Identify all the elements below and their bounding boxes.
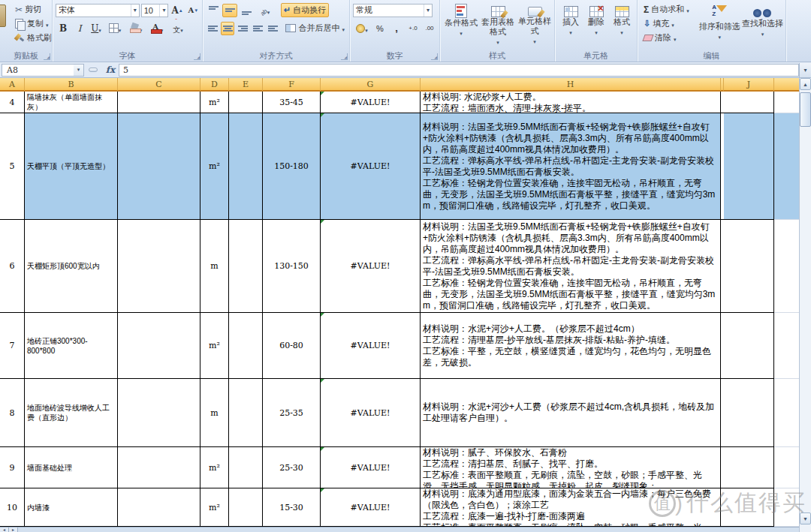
cell-d[interactable]: m² <box>200 488 229 527</box>
cell-g-error[interactable]: #VALUE! <box>321 113 421 220</box>
column-header-k-partial[interactable] <box>774 78 799 92</box>
decrease-indent-button[interactable] <box>251 22 264 35</box>
cell-k[interactable] <box>774 113 799 220</box>
cell-g-error[interactable]: #VALUE! <box>321 313 421 379</box>
cell-k[interactable] <box>774 313 799 379</box>
cell-h[interactable]: 材料说明：水泥+河沙+人工费（砂浆层不超过4cm,含机具损耗，地砖及加工处理请客… <box>421 379 721 447</box>
cell-f[interactable]: 35-45 <box>263 92 321 113</box>
scroll-down-button[interactable]: ▼ <box>800 512 811 524</box>
cell-f[interactable]: 25-30 <box>263 447 321 488</box>
cell-styles-button[interactable]: 单元格样式 <box>517 2 553 49</box>
accounting-format-button[interactable] <box>353 22 371 35</box>
cell-f[interactable]: 130-150 <box>263 220 321 313</box>
cell-a[interactable]: 9 <box>0 447 25 488</box>
underline-button[interactable]: U <box>89 22 104 35</box>
cell-g-error[interactable]: #VALUE! <box>321 447 421 488</box>
alignment-dialog-launcher[interactable] <box>341 53 348 60</box>
insert-cells-button[interactable]: 插入 <box>558 2 583 49</box>
align-bottom-button[interactable] <box>239 4 254 17</box>
font-name-combobox[interactable]: 宋体 <box>56 4 140 17</box>
cell-c[interactable] <box>118 447 200 488</box>
column-header-h[interactable]: H <box>421 78 721 92</box>
cell-f[interactable]: 60-80 <box>263 313 321 379</box>
align-right-button[interactable] <box>236 22 249 35</box>
cell-j[interactable] <box>724 92 774 113</box>
cell-j[interactable] <box>724 313 774 379</box>
conditional-formatting-button[interactable]: 条件格式 <box>443 2 479 49</box>
cell-d[interactable]: m² <box>200 313 229 379</box>
scrollbar-thumb[interactable] <box>800 92 811 127</box>
cell-c[interactable] <box>118 379 200 447</box>
column-header-a[interactable]: A <box>0 78 25 92</box>
cell-j[interactable] <box>724 447 774 488</box>
fill-color-button[interactable] <box>126 22 146 35</box>
cell-d[interactable]: m² <box>200 92 229 113</box>
cell-a[interactable]: 8 <box>0 379 25 447</box>
cell-c[interactable] <box>118 220 200 313</box>
column-header-e[interactable]: E <box>229 78 263 92</box>
cell-e[interactable] <box>229 220 263 313</box>
cell-k[interactable] <box>774 447 799 488</box>
cell-k[interactable] <box>774 379 799 447</box>
find-select-button[interactable]: 查找和选择 <box>741 2 784 49</box>
cell-d[interactable]: m <box>200 379 229 447</box>
wrap-text-button[interactable]: 自动换行 <box>281 3 329 17</box>
font-dialog-launcher[interactable] <box>194 53 200 60</box>
borders-button[interactable] <box>105 22 125 35</box>
cell-a[interactable]: 10 <box>0 488 25 527</box>
phonetic-guide-button[interactable] <box>168 22 188 35</box>
cell-b[interactable]: 隔墙抹灰（单面墙面抹灰） <box>25 92 118 113</box>
cell-g-error[interactable]: #VALUE! <box>321 92 421 113</box>
cell-b[interactable]: 天棚矩形顶600宽以内 <box>25 220 118 313</box>
cell-e[interactable] <box>229 113 263 220</box>
column-header-g[interactable]: G <box>321 78 421 92</box>
decrease-decimal-button[interactable]: .00 <box>422 22 437 35</box>
clipboard-dialog-launcher[interactable] <box>44 53 50 60</box>
cell-g-error[interactable]: #VALUE! <box>321 220 421 313</box>
increase-decimal-button[interactable]: +.0 <box>406 22 421 35</box>
cell-e[interactable] <box>229 313 263 379</box>
cell-b[interactable]: 天棚平顶（平顶无造型） <box>25 113 118 220</box>
cell-e[interactable] <box>229 447 263 488</box>
scroll-up-button[interactable]: ▲ <box>800 78 811 90</box>
cell-g-error[interactable]: #VALUE! <box>321 488 421 527</box>
cell-c[interactable] <box>118 92 200 113</box>
formula-bar-splitter[interactable] <box>89 68 98 72</box>
sheet-tab-scroll-right-partial[interactable]: ▸ <box>9 527 18 532</box>
insert-function-button[interactable]: fx <box>102 65 119 75</box>
column-header-f[interactable]: F <box>263 78 321 92</box>
cell-h[interactable]: 材料说明：水泥+河沙+人工费。（砂浆层不超过4cm） 工艺流程：清理基层-抄平放… <box>421 313 721 379</box>
font-size-dropdown-icon[interactable] <box>159 5 167 17</box>
cell-j[interactable] <box>724 379 774 447</box>
italic-button[interactable]: I <box>72 22 87 35</box>
cell-d[interactable]: m² <box>200 113 229 220</box>
cell-f[interactable]: 150-180 <box>263 113 321 220</box>
increase-indent-button[interactable] <box>266 22 279 35</box>
align-left-button[interactable] <box>206 22 219 35</box>
cell-c[interactable] <box>118 313 200 379</box>
cell-d[interactable]: m² <box>200 447 229 488</box>
sheet-tab-scroll-left-partial[interactable]: ◂ <box>0 527 9 532</box>
cell-e[interactable] <box>229 379 263 447</box>
cell-k[interactable] <box>774 220 799 313</box>
clear-button[interactable]: 清除 <box>641 31 698 45</box>
cell-g-error[interactable]: #VALUE! <box>321 379 421 447</box>
shrink-font-button[interactable]: A▼ <box>186 4 200 17</box>
cell-b[interactable]: 地面地砖波导线增收人工费（直形边） <box>25 379 118 447</box>
cell-b[interactable]: 墙面基础处理 <box>25 447 118 488</box>
vertical-scrollbar[interactable]: ▲ ▼ <box>799 78 811 532</box>
cell-d[interactable]: m <box>200 220 229 313</box>
cell-k[interactable] <box>774 488 799 527</box>
copy-button[interactable]: 复制 <box>12 17 50 31</box>
grow-font-button[interactable]: A▲ <box>170 4 184 17</box>
column-header-c[interactable]: C <box>118 78 200 92</box>
cut-button[interactable]: 剪切 <box>12 2 50 17</box>
column-header-b[interactable]: B <box>25 78 118 92</box>
paste-button-partial[interactable] <box>0 5 6 27</box>
cell-j[interactable] <box>724 220 774 313</box>
number-format-dropdown-icon[interactable] <box>424 5 432 17</box>
expand-formula-bar-button[interactable]: ▾ <box>799 63 811 77</box>
column-header-j[interactable]: J <box>724 78 774 92</box>
cell-f[interactable]: 25-35 <box>263 379 321 447</box>
align-top-button[interactable] <box>206 4 221 17</box>
